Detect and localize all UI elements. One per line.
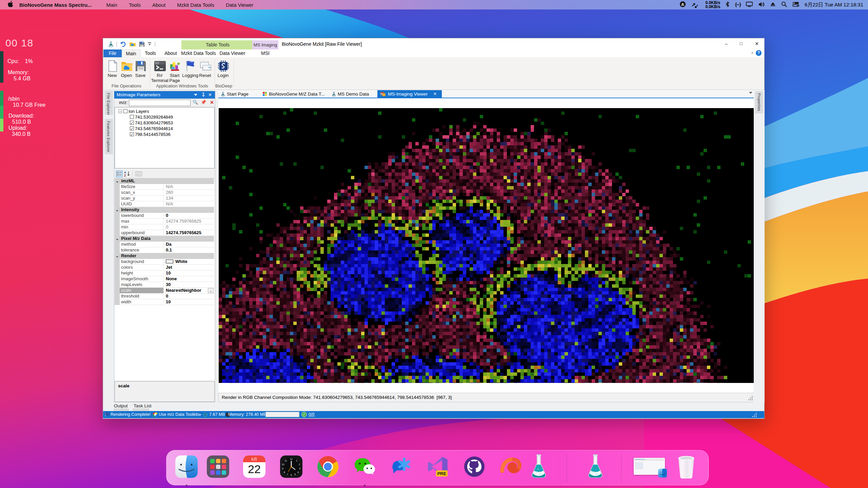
svg-text:3: 3 xyxy=(299,467,300,470)
svg-text:2: 2 xyxy=(299,463,300,466)
svg-text:1: 1 xyxy=(296,460,297,462)
svg-text:Z: Z xyxy=(124,174,126,177)
svg-text:10: 10 xyxy=(282,463,284,466)
svg-text:+: + xyxy=(117,172,118,174)
svg-text:4: 4 xyxy=(297,471,299,473)
svg-text:+: + xyxy=(117,174,118,176)
svg-text:8: 8 xyxy=(284,471,285,473)
svg-text:12: 12 xyxy=(290,458,293,460)
svg-text:6月: 6月 xyxy=(251,457,257,461)
svg-text:11: 11 xyxy=(284,460,287,462)
svg-text:5: 5 xyxy=(294,473,296,475)
svg-text:22: 22 xyxy=(248,463,261,475)
svg-text:7: 7 xyxy=(287,473,288,475)
svg-text:PRE: PRE xyxy=(437,471,447,476)
svg-text:9: 9 xyxy=(282,467,283,470)
svg-text:6: 6 xyxy=(291,474,292,476)
